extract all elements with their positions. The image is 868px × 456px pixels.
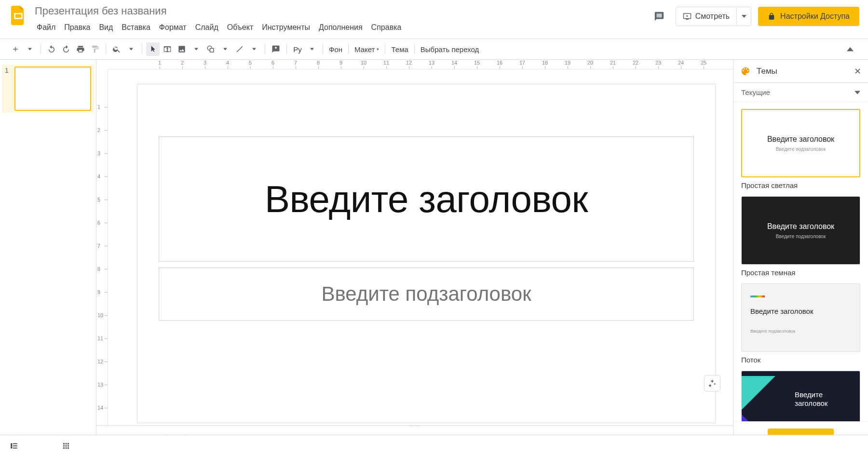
image-tool[interactable] xyxy=(175,42,189,56)
menu-слайд[interactable]: Слайд xyxy=(191,21,222,34)
present-label: Смотреть xyxy=(695,12,730,21)
theme-name: Простая светлая xyxy=(741,181,860,189)
separator xyxy=(142,44,142,54)
input-tools-dropdown[interactable] xyxy=(305,42,319,56)
themes-section-label: Текущие xyxy=(741,88,770,96)
theme-card-0[interactable]: Введите заголовокВведите подзаголовокПро… xyxy=(741,109,860,189)
menu-инструменты[interactable]: Инструменты xyxy=(258,21,314,34)
separator xyxy=(286,44,287,54)
title-text: Введите заголовок xyxy=(265,177,588,221)
horizontal-ruler: 1234567891011121314151617181920212223242… xyxy=(108,60,733,69)
notes-handle[interactable]: ⋯⋯ xyxy=(409,423,420,429)
theme-card-3[interactable]: ВведитезаголовокВведите подзаголовокФоку… xyxy=(741,371,860,421)
canvas-row: 1234567891011121314 Введите заголовок Вв… xyxy=(96,69,733,425)
vertical-ruler: 1234567891011121314 xyxy=(96,69,108,425)
palette-icon xyxy=(740,66,751,77)
svg-rect-1 xyxy=(15,14,22,18)
themes-section[interactable]: Текущие xyxy=(733,83,868,102)
menu-формат[interactable]: Формат xyxy=(155,21,190,34)
present-button[interactable]: Смотреть xyxy=(676,7,736,26)
slide-thumbnail-preview xyxy=(14,67,91,111)
theme-card-2[interactable]: Введите заголовокВведите подзаголовокПот… xyxy=(741,283,860,364)
title-zone: Презентация без названия ФайлПравкаВидВс… xyxy=(33,4,650,34)
zoom-dropdown[interactable] xyxy=(124,42,138,56)
chevron-up-icon xyxy=(847,46,854,53)
transition-button[interactable]: Выбрать переход xyxy=(419,42,481,56)
separator xyxy=(348,44,349,54)
canvas-area: 1234567891011121314151617181920212223242… xyxy=(96,60,733,456)
background-button[interactable]: Фон xyxy=(327,42,344,56)
slide[interactable]: Введите заголовок Введите подзаголовок xyxy=(137,84,716,423)
shape-dropdown[interactable] xyxy=(218,42,232,56)
share-button[interactable]: Настройки Доступа xyxy=(758,7,859,26)
image-dropdown[interactable] xyxy=(190,42,203,56)
input-tools-button[interactable]: Ру xyxy=(291,42,304,56)
slide-thumbnail[interactable]: 1 xyxy=(2,65,94,113)
print-button[interactable] xyxy=(74,42,87,56)
line-dropdown[interactable] xyxy=(247,42,261,56)
undo-button[interactable] xyxy=(45,42,58,56)
header-actions: Смотреть Настройки Доступа xyxy=(650,4,859,26)
themes-header: Темы ✕ xyxy=(733,60,868,83)
app-header: Презентация без названия ФайлПравкаВидВс… xyxy=(0,0,868,39)
filmstrip: 1 xyxy=(0,60,96,456)
separator xyxy=(106,44,106,54)
collapse-toolbar-button[interactable] xyxy=(845,44,855,54)
menu-вид[interactable]: Вид xyxy=(95,21,117,34)
grid-view-button[interactable] xyxy=(62,442,70,450)
menu-bar: ФайлПравкаВидВставкаФорматСлайдОбъектИнс… xyxy=(33,21,650,34)
new-slide-dropdown[interactable] xyxy=(23,42,37,56)
slide-number: 1 xyxy=(5,67,12,74)
present-button-group: Смотреть xyxy=(676,7,751,26)
menu-правка[interactable]: Правка xyxy=(60,21,94,34)
separator xyxy=(265,44,265,54)
canvas-scroll[interactable]: Введите заголовок Введите подзаголовок xyxy=(108,69,733,425)
lock-icon xyxy=(768,13,775,20)
share-label: Настройки Доступа xyxy=(780,12,850,21)
toolbar-left: Ру Фон Макет Тема Выбрать переход xyxy=(9,42,481,56)
themes-title: Темы xyxy=(757,67,848,76)
theme-name: Простая темная xyxy=(741,268,860,277)
document-title[interactable]: Презентация без названия xyxy=(33,4,169,18)
layout-button[interactable]: Макет xyxy=(353,42,381,56)
comment-tool[interactable] xyxy=(269,42,283,56)
present-icon xyxy=(683,12,692,21)
theme-button[interactable]: Тема xyxy=(389,42,410,56)
close-themes-button[interactable]: ✕ xyxy=(854,66,861,77)
bottom-bar xyxy=(0,435,868,456)
line-tool[interactable] xyxy=(233,42,246,56)
menu-вставка[interactable]: Вставка xyxy=(118,21,154,34)
explore-button[interactable] xyxy=(704,375,720,391)
select-tool[interactable] xyxy=(146,42,160,56)
menu-файл[interactable]: Файл xyxy=(33,21,59,34)
zoom-button[interactable] xyxy=(110,42,123,56)
separator xyxy=(41,44,41,54)
menu-объект[interactable]: Объект xyxy=(223,21,257,34)
title-placeholder-box[interactable]: Введите заголовок xyxy=(159,136,694,262)
menu-дополнения[interactable]: Дополнения xyxy=(315,21,366,34)
shape-tool[interactable] xyxy=(204,42,217,56)
redo-button[interactable] xyxy=(59,42,73,56)
new-slide-button[interactable] xyxy=(9,42,22,56)
theme-preview: Введите заголовокВведите подзаголовок xyxy=(741,109,860,177)
filmstrip-view-button[interactable] xyxy=(10,442,18,450)
svg-rect-4 xyxy=(210,49,214,53)
textbox-tool[interactable] xyxy=(161,42,174,56)
present-dropdown[interactable] xyxy=(736,7,751,26)
explore-icon xyxy=(708,379,717,388)
themes-list[interactable]: Введите заголовокВведите подзаголовокПро… xyxy=(733,102,868,421)
slides-logo[interactable] xyxy=(9,6,28,25)
theme-preview: Введите заголовокВведите подзаголовок xyxy=(741,283,860,352)
theme-preview: Введите заголовокВведите подзаголовок xyxy=(741,196,860,265)
toolbar: Ру Фон Макет Тема Выбрать переход xyxy=(0,39,868,60)
theme-name: Поток xyxy=(741,356,860,364)
theme-card-1[interactable]: Введите заголовокВведите подзаголовокПро… xyxy=(741,196,860,277)
paint-format-button[interactable] xyxy=(88,42,102,56)
menu-справка[interactable]: Справка xyxy=(367,21,406,34)
main-area: 1 12345678910111213141516171819202122232… xyxy=(0,60,868,456)
chevron-down-icon xyxy=(742,14,746,19)
comments-icon[interactable] xyxy=(650,7,669,26)
subtitle-placeholder-box[interactable]: Введите подзаголовок xyxy=(159,268,694,321)
separator xyxy=(323,44,323,54)
separator xyxy=(414,44,415,54)
